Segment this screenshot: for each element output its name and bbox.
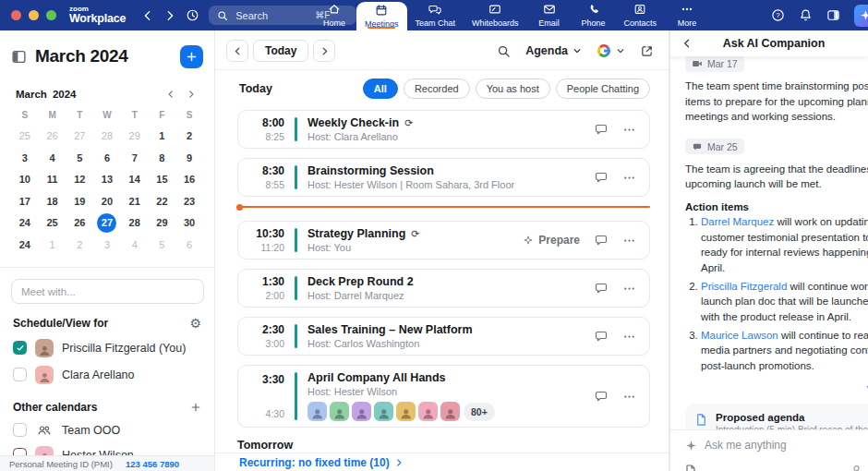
more-options-icon[interactable] [622, 390, 636, 404]
chat-bubble-icon[interactable] [594, 233, 609, 248]
calendar-day[interactable]: 5 [66, 148, 93, 170]
calendar-day[interactable]: 22 [149, 191, 176, 213]
calendar-day[interactable]: 14 [121, 169, 149, 191]
calendar-day[interactable]: 26 [66, 212, 93, 235]
calendar-day[interactable]: 12 [66, 169, 93, 191]
calendar-day[interactable]: 24 [11, 212, 39, 235]
calendar-day[interactable]: 6 [175, 235, 203, 257]
meeting-card[interactable]: 1:302:00 Deck Prep Round 2 Host: Darrel … [237, 269, 650, 308]
calendar-day[interactable]: 27 [93, 212, 121, 235]
calendar-day[interactable]: 30 [175, 212, 203, 235]
mention-person-icon[interactable] [850, 464, 863, 471]
more-options-icon[interactable] [622, 171, 636, 185]
calendar-person-row[interactable]: Priscilla Fitzgerald (You) [0, 334, 214, 361]
tab-meetings[interactable]: Meetings [356, 2, 407, 30]
calendar-day[interactable]: 16 [175, 169, 203, 191]
calendar-day[interactable]: 8 [149, 148, 176, 170]
more-options-icon[interactable] [622, 282, 636, 296]
filter-pill[interactable]: People Chatting [556, 78, 650, 99]
window-controls[interactable] [0, 10, 69, 20]
close-window-button[interactable] [11, 10, 21, 20]
calendar-day[interactable]: 3 [93, 235, 121, 257]
add-calendar-button[interactable] [190, 402, 201, 413]
minimize-window-button[interactable] [29, 10, 39, 20]
calendar-day[interactable]: 2 [66, 235, 93, 257]
chat-bubble-icon[interactable] [594, 389, 609, 404]
tab-whiteboards[interactable]: Whiteboards [464, 0, 527, 30]
recurring-link[interactable]: Recurring: no fixed time (10) [239, 456, 390, 469]
filter-pill[interactable]: You as host [476, 78, 550, 99]
history-button[interactable] [181, 5, 203, 27]
calendar-day[interactable]: 23 [175, 191, 203, 213]
chat-bubble-icon[interactable] [594, 122, 609, 137]
next-day-button[interactable] [313, 40, 335, 62]
calendar-checkbox[interactable] [13, 423, 27, 437]
person-link[interactable]: Maurice Lawson [701, 330, 778, 341]
tab-team-chat[interactable]: Team Chat [407, 0, 464, 30]
calendar-day[interactable]: 21 [121, 191, 149, 213]
calendar-day[interactable]: 3 [11, 148, 39, 170]
calendar-day[interactable]: 10 [11, 169, 39, 191]
person-link[interactable]: Priscilla Fitzgerald [701, 281, 787, 292]
calendar-day[interactable]: 1 [39, 235, 66, 257]
calendar-person-row[interactable]: Clara Arellano [0, 361, 214, 388]
calendar-day[interactable]: 24 [11, 235, 39, 257]
back-button[interactable] [137, 5, 159, 27]
calendar-day[interactable]: 4 [121, 235, 149, 257]
attendee-overflow-badge[interactable]: 80+ [464, 403, 495, 421]
new-meeting-button[interactable] [180, 45, 203, 68]
calendar-day[interactable]: 5 [149, 235, 176, 257]
calendar-day[interactable]: 1 [149, 126, 176, 148]
tab-email[interactable]: Email [527, 0, 572, 30]
calendar-day[interactable]: 2 [175, 126, 203, 148]
pmi-value[interactable]: 123 456 7890 [126, 459, 179, 469]
calendar-day[interactable]: 26 [39, 126, 66, 148]
meeting-card[interactable]: 8:308:55 Brainstorming Session Host: Hes… [237, 158, 650, 197]
attach-file-icon[interactable] [683, 464, 698, 471]
calendar-person-row[interactable]: Team OOO [0, 418, 214, 441]
calendar-day[interactable]: 6 [93, 148, 121, 170]
person-link[interactable]: Darrel Marquez [701, 216, 774, 227]
chat-bubble-icon[interactable] [594, 281, 609, 296]
today-button[interactable]: Today [253, 40, 308, 62]
chat-bubble-icon[interactable] [594, 170, 609, 185]
calendar-day[interactable]: 7 [121, 148, 149, 170]
calendar-day[interactable]: 13 [93, 169, 121, 191]
meeting-card[interactable]: 8:008:25 Weekly Check-in⟳ Host: Clara Ar… [237, 110, 650, 149]
calendar-day[interactable]: 28 [93, 126, 121, 148]
calendar-day[interactable]: 29 [121, 126, 149, 148]
next-month-button[interactable] [184, 87, 199, 102]
prepare-button[interactable]: Prepare [523, 229, 580, 251]
calendar-day[interactable]: 9 [175, 148, 203, 170]
more-options-icon[interactable] [622, 330, 636, 344]
ai-companion-button[interactable] [854, 5, 868, 27]
calendar-day[interactable]: 17 [11, 191, 39, 213]
meeting-card[interactable]: 10:3011:20 Strategy Planning⟳ Host: You … [237, 221, 650, 260]
calendar-day[interactable]: 25 [11, 126, 39, 148]
search-input[interactable] [234, 9, 309, 22]
calendar-day[interactable]: 20 [93, 191, 121, 213]
more-options-icon[interactable] [622, 123, 636, 137]
more-options-icon[interactable] [622, 234, 636, 248]
help-icon[interactable]: ? [771, 8, 785, 22]
prev-day-button[interactable] [226, 40, 248, 62]
meeting-card[interactable]: 3:304:30 April Company All Hands Host: H… [237, 365, 650, 428]
calendar-day[interactable]: 19 [66, 191, 93, 213]
collapse-sidebar-button[interactable] [11, 49, 27, 65]
calendar-checkbox-checked[interactable] [13, 341, 27, 355]
google-calendar-select[interactable] [597, 43, 625, 58]
calendar-day[interactable]: 29 [149, 212, 176, 235]
ask-ai-input[interactable]: Ask me anything [670, 430, 868, 452]
calendar-day[interactable]: 4 [39, 148, 66, 170]
view-mode-select[interactable]: Agenda [525, 44, 582, 57]
calendar-day[interactable]: 28 [121, 212, 149, 235]
calendar-checkbox[interactable] [13, 368, 27, 381]
calendar-day[interactable]: 15 [149, 169, 176, 191]
forward-button[interactable] [159, 5, 181, 27]
prev-month-button[interactable] [163, 87, 178, 102]
open-external-icon[interactable] [640, 44, 654, 58]
calendar-day[interactable]: 25 [39, 212, 66, 235]
filter-pill[interactable]: Recorded [404, 78, 470, 99]
calendar-day[interactable]: 18 [39, 191, 66, 213]
panel-toggle-icon[interactable] [826, 8, 840, 22]
